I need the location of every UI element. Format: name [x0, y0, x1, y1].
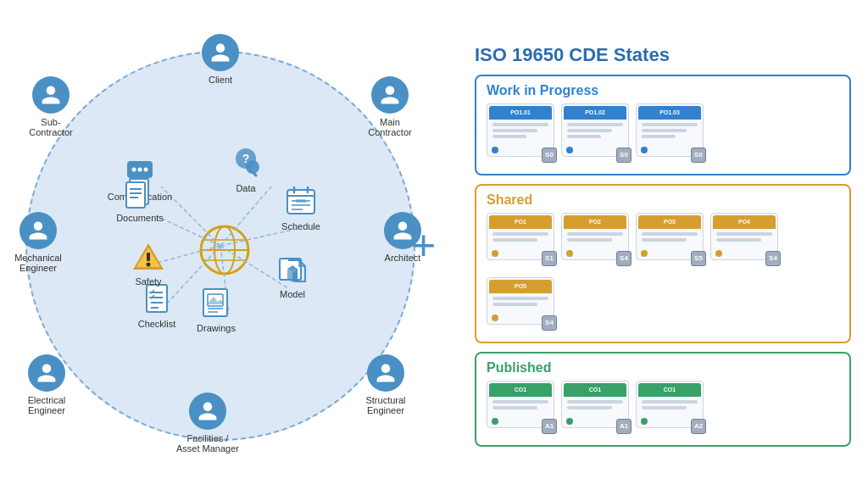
doc-line	[492, 400, 548, 404]
role-mechanical-engineer: Mechanical Engineer	[4, 212, 72, 273]
doc-dot	[492, 315, 498, 321]
facilities-manager-label: Facilities /Asset Manager	[176, 433, 239, 454]
role-client: Client	[186, 34, 254, 85]
svg-point-50	[147, 263, 151, 267]
main-container: Client MainContractor Architect	[0, 0, 868, 490]
schedule-icon	[282, 182, 320, 220]
doc-line	[492, 129, 537, 132]
model-icon-item: Model	[259, 250, 326, 299]
documents-icon-item: Documents	[106, 174, 174, 223]
role-electrical-engineer: ElectricalEngineer	[13, 354, 81, 415]
doc-badge-s4-3: S4	[542, 315, 557, 331]
doc-badge-s4: S4	[616, 251, 632, 266]
doc-header-po2s: PO2	[564, 215, 626, 229]
doc-header-po1: PO1.01	[489, 106, 552, 120]
checklist-icon-item: Checklist	[123, 280, 191, 329]
doc-card-shared-2: PO2 S4	[561, 213, 629, 260]
data-icon: ?	[227, 144, 264, 181]
wip-doc-grid: PO1.01 S0 PO1.02	[487, 103, 839, 167]
doc-line	[492, 123, 548, 126]
structural-engineer-label: StructuralEngineer	[365, 395, 405, 415]
wip-label: Work in Progress	[487, 83, 839, 98]
doc-dot	[566, 147, 573, 153]
doc-line	[642, 232, 698, 236]
client-avatar	[202, 34, 239, 71]
doc-badge-a1: A1	[542, 419, 557, 434]
doc-dot	[641, 147, 648, 153]
doc-header-po4s: PO4	[713, 215, 776, 229]
doc-card-wip-1: PO1.01 S0	[487, 103, 554, 157]
model-label: Model	[280, 289, 305, 299]
doc-badge-a2: A2	[691, 419, 706, 434]
doc-dot	[492, 250, 498, 257]
doc-line	[492, 303, 537, 306]
documents-label: Documents	[116, 213, 164, 223]
doc-dot	[715, 250, 722, 257]
doc-card-pub-3: CO1 A2	[636, 381, 704, 428]
doc-header-po102: PO1.02	[564, 106, 626, 120]
doc-card-pub-2: CO1 A1	[561, 381, 629, 428]
svg-rect-21	[126, 182, 145, 208]
svg-rect-49	[147, 253, 150, 261]
published-doc-grid: CO1 A1 CO1 A1	[487, 381, 839, 438]
wip-box: Work in Progress PO1.01 S0 PO1.02	[475, 75, 851, 175]
data-label: Data	[236, 183, 255, 193]
client-label: Client	[209, 75, 232, 85]
doc-card-wip-2: PO1.02 S0	[561, 103, 629, 157]
doc-header-po103: PO1.03	[638, 106, 701, 120]
safety-label: Safety	[135, 276, 161, 287]
doc-dot	[566, 418, 573, 425]
doc-line	[567, 232, 623, 236]
doc-header-co1-2: CO1	[564, 383, 626, 397]
documents-icon	[121, 174, 159, 211]
inner-area: Client MainContractor Architect	[25, 51, 415, 441]
svg-point-15	[138, 168, 142, 172]
doc-card-shared-5: PO5 S4	[487, 277, 554, 325]
role-facilities-manager: Facilities /Asset Manager	[174, 393, 242, 454]
shared-doc-grid: PO1 S1 PO2 S4	[487, 213, 839, 335]
main-contractor-label: MainContractor	[368, 117, 411, 137]
doc-line	[567, 400, 623, 404]
doc-dot	[566, 250, 573, 257]
doc-line	[642, 123, 698, 126]
safety-icon	[130, 237, 167, 275]
model-icon	[274, 250, 311, 287]
electrical-engineer-avatar	[28, 354, 65, 392]
shared-label: Shared	[487, 192, 839, 208]
doc-line	[492, 232, 548, 236]
role-main-contractor: MainContractor	[356, 76, 424, 137]
doc-line	[642, 129, 687, 132]
shared-box: Shared PO1 S1 PO2	[475, 184, 851, 343]
doc-line	[642, 400, 698, 404]
structural-engineer-avatar	[367, 354, 404, 392]
doc-line	[567, 135, 601, 138]
doc-header-co1-3: CO1	[638, 383, 701, 397]
doc-line	[492, 297, 548, 300]
svg-point-14	[132, 168, 136, 172]
doc-header-po3s: PO3	[638, 215, 701, 229]
doc-badge-s1: S1	[542, 251, 557, 266]
page-title: ISO 19650 CDE States	[475, 44, 851, 66]
mechanical-engineer-label: Mechanical Engineer	[4, 253, 72, 273]
doc-line	[567, 406, 612, 409]
doc-line	[492, 406, 537, 409]
doc-header-co1: CO1	[489, 383, 552, 397]
role-sub-contractor: Sub-Contractor	[17, 76, 85, 137]
schedule-label: Schedule	[281, 221, 320, 231]
doc-line	[716, 232, 772, 236]
drawings-label: Drawings	[197, 323, 236, 333]
electrical-engineer-label: ElectricalEngineer	[28, 395, 66, 415]
doc-line	[642, 135, 676, 138]
doc-line	[642, 238, 687, 242]
doc-badge-s0: S0	[542, 148, 557, 163]
doc-badge-s0-3: S0	[691, 148, 706, 163]
drawings-icon-item: Drawings	[182, 284, 250, 333]
doc-line	[642, 406, 687, 409]
svg-point-16	[144, 168, 148, 172]
published-box: Published CO1 A1 CO1	[475, 352, 851, 447]
drawings-icon	[198, 284, 235, 321]
circle-diagram: Client MainContractor Architect	[17, 17, 424, 473]
sub-contractor-avatar	[32, 76, 70, 114]
doc-dot	[641, 418, 648, 425]
doc-badge-s0-2: S0	[616, 148, 632, 163]
